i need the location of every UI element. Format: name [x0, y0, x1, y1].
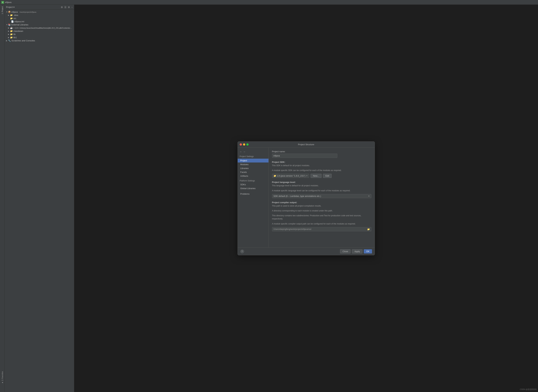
sdk-value: 1.8 (java version "1.8.0_231")	[277, 175, 305, 177]
dialog-overlay: Project Structure ← → Project Settings P…	[74, 5, 538, 392]
tree-item-extlibs[interactable]: ▼ 📚 External Libraries	[5, 23, 74, 26]
ok-btn[interactable]: OK	[364, 249, 372, 253]
nav-item-problems[interactable]: Problems	[238, 192, 269, 196]
nav-item-global-libraries[interactable]: Global Libraries	[238, 187, 269, 190]
watermark: CSDN @是是那些码	[520, 388, 537, 391]
project-lang-desc1: This language level is default for all p…	[272, 184, 371, 187]
project-sdk-group: Project SDK: This SDK is default for all…	[272, 161, 371, 178]
nav-item-sdks[interactable]: SDKs	[238, 183, 269, 187]
tree-item-idea[interactable]: ▶ 📁 .idea	[5, 14, 74, 17]
tree-item-scratches[interactable]: ▶ 🔧 Scratches and Consoles	[5, 39, 74, 42]
compiler-desc4: A module specific compiler output path c…	[272, 222, 371, 225]
nav-forward-arrow[interactable]: →	[243, 150, 246, 153]
nav-item-facets[interactable]: Facets	[238, 170, 269, 174]
module-icon: 📦	[8, 11, 11, 13]
sdk-dropdown[interactable]: 📁 1.8 (java version "1.8.0_231") ▼	[272, 174, 309, 178]
ide-container: 1: Project ★ 2: Favorites Project ▾ ⚙ ☰ …	[0, 5, 538, 392]
nav-item-libraries[interactable]: Libraries	[238, 166, 269, 170]
sdk-new-btn[interactable]: New...	[311, 174, 322, 178]
scratch-icon: 🔧	[8, 39, 11, 42]
app-title: e9java	[5, 1, 11, 4]
project-compiler-title: Project compiler output:	[272, 201, 371, 204]
tree-item-iml[interactable]: 📄 e9java.iml	[5, 20, 74, 23]
dialog-titlebar: Project Structure	[238, 142, 375, 148]
compiler-desc1: This path is used to store all project c…	[272, 204, 371, 208]
project-sdk-desc1: This SDK is default for all project modu…	[272, 164, 371, 167]
tree-item-classbean[interactable]: ▶ 📁 classbean	[5, 29, 74, 33]
nav-back-arrow[interactable]: ←	[240, 150, 242, 153]
lang-level-dropdown[interactable]: SDK default (8 – Lambdas, type annotatio…	[272, 194, 371, 198]
nav-item-project[interactable]: Project	[238, 159, 269, 163]
tree-label-lib1: lib1	[13, 36, 17, 39]
output-path-row: /Users/daiyingfeng/work/project/e9java/o…	[272, 227, 371, 231]
compiler-desc3: This directory contains two subdirectori…	[272, 214, 371, 220]
dialog-title: Project Structure	[240, 143, 372, 146]
sdk-edit-btn[interactable]: Edit	[323, 174, 332, 178]
project-compiler-group: Project compiler output: This path is us…	[272, 201, 371, 231]
tree-item-jdk18[interactable]: ▶ ☕ < 1.8 > /Library/Java/JavaVirtualMac…	[5, 26, 74, 29]
project-settings-label: Project Settings	[238, 155, 269, 159]
dialog-content: Project name: Project SDK: This SDK is d…	[269, 148, 375, 247]
project-name-input[interactable]	[272, 154, 337, 158]
folder-icon-idea: 📁	[10, 14, 13, 16]
close-panel-icon[interactable]: −	[71, 6, 73, 9]
vtab-favorites[interactable]: ★ 2: Favorites	[0, 369, 4, 385]
vtab-project[interactable]: 1: Project	[1, 5, 4, 16]
tree-label-lib: lib	[13, 33, 16, 36]
project-lang-title: Project language level:	[272, 181, 371, 183]
window-close-btn[interactable]	[240, 143, 242, 145]
dialog-body: ← → Project Settings Project Modules Lib…	[238, 148, 375, 247]
lang-level-value: SDK default (8 – Lambdas, type annotatio…	[274, 195, 321, 197]
window-maximize-btn[interactable]	[246, 143, 249, 145]
folder-icon-src: 📁	[10, 17, 13, 20]
nav-item-modules[interactable]: Modules	[238, 163, 269, 166]
output-browse-btn[interactable]: 📁	[367, 228, 370, 230]
project-name-label: Project name:	[272, 150, 371, 153]
tree-label-idea: .idea	[13, 14, 18, 16]
apply-btn[interactable]: Apply	[352, 249, 362, 253]
dialog-nav-back: ← →	[238, 149, 269, 155]
tree-label-src: src	[13, 17, 16, 20]
tree-item-e9java[interactable]: ▼ 📦 e9java ~/work/project/e9java	[5, 10, 74, 14]
tree-label-jdk18: < 1.8 > /Library/Java/JavaVirtualMachine…	[13, 27, 72, 29]
sdk-icon-jdk: ☕	[10, 27, 13, 29]
gear-icon[interactable]: ⚙	[68, 6, 70, 9]
main-area: Project Structure ← → Project Settings P…	[74, 5, 538, 392]
project-sdk-title: Project SDK:	[272, 161, 371, 163]
tree-item-lib1[interactable]: ▶ 📁 lib1	[5, 36, 74, 39]
tree-label-extlibs: External Libraries	[11, 23, 28, 26]
window-minimize-btn[interactable]	[243, 143, 245, 145]
folder-icon-lib1: 📁	[10, 36, 13, 39]
lang-dropdown-arrow: ▼	[368, 195, 370, 197]
project-name-group: Project name:	[272, 150, 371, 158]
folder-icon-lib: 📁	[10, 33, 13, 36]
title-bar: e e9java	[0, 0, 538, 5]
app-icon: e	[1, 1, 4, 4]
window-controls	[240, 143, 249, 145]
project-structure-dialog: Project Structure ← → Project Settings P…	[237, 141, 375, 255]
project-panel: Project ▾ ⚙ ☰ ⚙ − ▼ 📦 e9java ~/work/proj…	[5, 5, 74, 392]
project-panel-title: Project ▾	[6, 6, 61, 8]
tree-arrow-idea: ▶	[8, 14, 10, 16]
compiler-desc2: A directory corresponding to each module…	[272, 209, 371, 212]
help-btn[interactable]: ?	[240, 250, 244, 253]
dialog-sidebar: ← → Project Settings Project Modules Lib…	[238, 148, 269, 247]
close-btn[interactable]: Close	[340, 249, 351, 253]
tree-path-e9java: ~/work/project/e9java	[19, 11, 36, 13]
tree-item-src[interactable]: 📁 src	[5, 17, 74, 20]
vertical-tabs: 1: Project ★ 2: Favorites	[0, 5, 5, 392]
nav-item-artifacts[interactable]: Artifacts	[238, 174, 269, 178]
project-panel-header: Project ▾ ⚙ ☰ ⚙ −	[5, 5, 74, 10]
output-path-text: /Users/daiyingfeng/work/project/e9java/o…	[274, 228, 367, 230]
tree-item-lib[interactable]: ▶ 📁 lib	[5, 33, 74, 36]
project-lang-desc2: A module specific language level can be …	[272, 189, 371, 192]
layout-icon[interactable]: ☰	[64, 6, 66, 9]
folder-icon-classbean: 📁	[10, 30, 13, 32]
tree-arrow-classbean: ▶	[8, 30, 10, 32]
settings-icon[interactable]: ⚙	[61, 6, 63, 9]
sdk-folder-icon: 📁	[274, 175, 276, 177]
tree-label-classbean: classbean	[13, 30, 23, 32]
project-sdk-desc2: A module specific SDK can be configured …	[272, 169, 371, 172]
platform-settings-label: Platform Settings	[238, 178, 269, 183]
panel-icons: ⚙ ☰ ⚙ −	[61, 6, 73, 9]
